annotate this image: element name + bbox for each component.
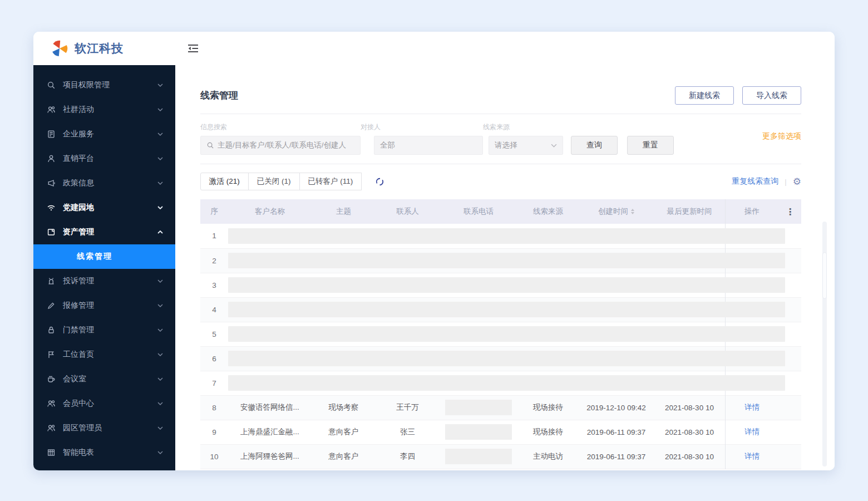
- col-customer: 客户名称: [228, 199, 312, 224]
- cell-subject: 现场考察: [312, 395, 376, 420]
- row-index: 4: [200, 297, 228, 322]
- col-created: 创建时间: [579, 199, 654, 224]
- sidebar-item-project-permissions[interactable]: 项目权限管理: [33, 73, 175, 97]
- chevron-down-icon: [157, 206, 163, 209]
- flag-icon: [47, 350, 56, 359]
- tab-converted-leads[interactable]: 已转客户 (11): [299, 173, 362, 190]
- search-filter-label: 信息搜索: [200, 122, 361, 132]
- app-card: 软江科技 项目权限管理 社群活动: [33, 32, 835, 470]
- sidebar-item-party-building[interactable]: 党建园地: [33, 195, 175, 220]
- sidebar-item-park-admin[interactable]: 园区管理员: [33, 416, 175, 440]
- cell-phone: [440, 444, 517, 469]
- row-index: 10: [200, 444, 228, 469]
- cell-created: 2019-12-10 09:42: [579, 395, 654, 420]
- col-actions: 操作: [725, 199, 779, 224]
- cell-created: 2019-06-11 09:37: [579, 420, 654, 444]
- chevron-down-icon: [157, 108, 163, 111]
- tab-active-leads[interactable]: 激活 (21): [200, 173, 249, 190]
- detail-link[interactable]: 详情: [744, 403, 760, 411]
- main-content: 线索管理 新建线索 导入线索 信息搜索 主题/目标客户/联系人/联系电话/创建人…: [175, 65, 835, 470]
- chevron-down-icon: [157, 451, 163, 454]
- cell-contact: 张三: [376, 420, 440, 444]
- page-actions: 新建线索 导入线索: [675, 86, 801, 105]
- chevron-down-icon: [157, 84, 163, 87]
- import-lead-button[interactable]: 导入线索: [742, 86, 801, 105]
- cell-contact: 王千万: [376, 395, 440, 420]
- vertical-dots-icon[interactable]: ⋮: [786, 207, 795, 217]
- cell-updated: 2021-08-30 10: [654, 444, 725, 469]
- sidebar-item-complaint-management[interactable]: 投诉管理: [33, 269, 175, 293]
- table-row: 4: [200, 297, 801, 322]
- meeting-icon: [47, 375, 56, 384]
- cell-customer: 上海鼎盛汇金融...: [228, 420, 312, 444]
- filter-bar: 信息搜索 主题/目标客户/联系人/联系电话/创建人 对接人 全部 线索来源 请选: [200, 122, 801, 155]
- sidebar-item-smart-meter[interactable]: 智能电表: [33, 440, 175, 465]
- row-index: 8: [200, 395, 228, 420]
- sidebar-item-meeting-room[interactable]: 会议室: [33, 367, 175, 391]
- table-row: 8 安徽语答网络信... 现场考察 王千万 现场接待 2019-12-10 09…: [200, 395, 801, 420]
- brand: 软江科技: [33, 39, 175, 58]
- chevron-up-icon: [157, 230, 163, 234]
- detail-link[interactable]: 详情: [744, 428, 760, 436]
- cell-source: 主动电访: [517, 444, 579, 469]
- member-icon: [47, 399, 56, 408]
- row-index: 1: [200, 224, 228, 248]
- sync-icon: [375, 177, 384, 186]
- refresh-button[interactable]: [375, 177, 384, 186]
- tab-closed-leads[interactable]: 已关闭 (1): [248, 173, 300, 190]
- divider: [200, 114, 801, 114]
- topbar: 软江科技: [33, 32, 835, 65]
- separator: |: [785, 178, 786, 186]
- query-button[interactable]: 查询: [571, 136, 618, 155]
- col-index: 序: [200, 199, 228, 224]
- chevron-down-icon: [157, 304, 163, 307]
- sidebar-item-workstation-home[interactable]: 工位首页: [33, 342, 175, 367]
- enterprise-icon: [47, 130, 56, 139]
- sidebar-item-access-control[interactable]: 门禁管理: [33, 318, 175, 342]
- reset-button[interactable]: 重置: [627, 136, 674, 155]
- chevron-down-icon: [157, 157, 163, 160]
- search-placeholder: 主题/目标客户/联系人/联系电话/创建人: [218, 140, 346, 150]
- sidebar-collapse-button[interactable]: [188, 44, 199, 53]
- gear-icon[interactable]: ⚙: [793, 177, 801, 186]
- sidebar-item-community-activities[interactable]: 社群活动: [33, 97, 175, 122]
- scrollbar-thumb[interactable]: [822, 252, 827, 299]
- sidebar-item-policy-info[interactable]: 政策信息: [33, 171, 175, 195]
- redacted-phone-bar: [445, 424, 512, 440]
- sidebar-item-direct-sales[interactable]: 直销平台: [33, 146, 175, 171]
- sidebar-item-repair-management[interactable]: 报修管理: [33, 293, 175, 318]
- detail-link[interactable]: 详情: [744, 452, 760, 460]
- new-lead-button[interactable]: 新建线索: [675, 86, 734, 105]
- col-phone: 联系电话: [440, 199, 517, 224]
- cell-updated: 2021-08-30 10: [654, 420, 725, 444]
- sidebar-item-member-center[interactable]: 会员中心: [33, 391, 175, 416]
- sidebar-item-asset-management[interactable]: 资产管理: [33, 220, 175, 244]
- row-index: 3: [200, 273, 228, 297]
- cell-created: 2019-06-11 09:37: [579, 444, 654, 469]
- leads-table: 序 客户名称 主题 联系人 联系电话 线索来源 创建时间 最后更新时间 操作 ⋮: [200, 199, 801, 469]
- duplicate-lead-query-link[interactable]: 重复线索查询: [732, 176, 778, 186]
- cell-subject: 意向客户: [312, 420, 376, 444]
- chevron-down-icon: [157, 328, 163, 332]
- brand-name: 软江科技: [75, 41, 124, 56]
- row-index: 7: [200, 371, 228, 395]
- sidebar-subitem-lead-management[interactable]: 线索管理: [33, 244, 175, 269]
- more-filters-link[interactable]: 更多筛选项: [762, 131, 801, 141]
- search-filter: 信息搜索 主题/目标客户/联系人/联系电话/创建人: [200, 122, 361, 155]
- sort-toggle[interactable]: [631, 209, 634, 214]
- contact-filter: 对接人 全部: [361, 122, 483, 155]
- admin-icon: [47, 424, 56, 433]
- chevron-down-icon: [157, 377, 163, 381]
- user-icon: [47, 154, 56, 163]
- table-toolbar-right: 重复线索查询 | ⚙: [732, 176, 801, 186]
- source-select[interactable]: 请选择: [489, 136, 563, 155]
- chevron-down-icon: [551, 144, 557, 148]
- table-row: 7: [200, 371, 801, 395]
- wifi-icon: [47, 203, 56, 212]
- redacted-row-bar: [228, 351, 785, 366]
- search-input[interactable]: 主题/目标客户/联系人/联系电话/创建人: [200, 136, 361, 155]
- cell-source: 现场接待: [517, 395, 579, 420]
- sidebar-item-enterprise-services[interactable]: 企业服务: [33, 122, 175, 146]
- contact-select[interactable]: 全部: [374, 136, 483, 155]
- redacted-row-bar: [228, 277, 785, 293]
